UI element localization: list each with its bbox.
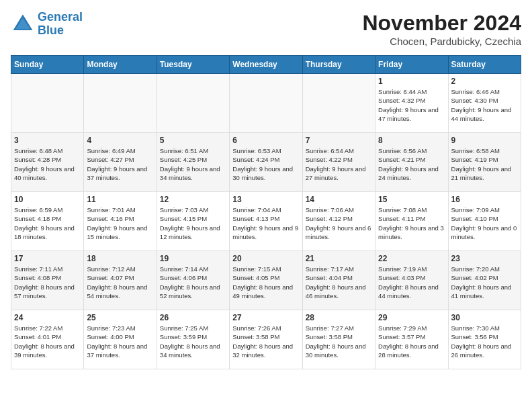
day-number: 19	[160, 254, 226, 263]
calendar-week-4: 17Sunrise: 7:11 AM Sunset: 4:08 PM Dayli…	[11, 251, 521, 310]
day-info: Sunrise: 7:20 AM Sunset: 4:02 PM Dayligh…	[451, 265, 518, 300]
calendar-cell: 29Sunrise: 7:29 AM Sunset: 3:57 PM Dayli…	[375, 310, 448, 369]
day-number: 21	[306, 254, 372, 263]
weekday-header-row: SundayMondayTuesdayWednesdayThursdayFrid…	[11, 56, 521, 74]
weekday-header-saturday: Saturday	[448, 56, 521, 74]
calendar-cell: 26Sunrise: 7:25 AM Sunset: 3:59 PM Dayli…	[157, 310, 229, 369]
day-info: Sunrise: 6:54 AM Sunset: 4:22 PM Dayligh…	[306, 146, 372, 182]
calendar-cell: 17Sunrise: 7:11 AM Sunset: 4:08 PM Dayli…	[11, 251, 84, 310]
location: Chocen, Pardubicky, Czechia	[362, 36, 521, 47]
calendar-cell: 21Sunrise: 7:17 AM Sunset: 4:04 PM Dayli…	[302, 251, 375, 310]
calendar-cell: 14Sunrise: 7:06 AM Sunset: 4:12 PM Dayli…	[302, 192, 375, 251]
day-number: 22	[378, 254, 445, 263]
day-number: 18	[87, 254, 153, 263]
day-info: Sunrise: 6:44 AM Sunset: 4:32 PM Dayligh…	[378, 87, 445, 123]
calendar-cell: 15Sunrise: 7:08 AM Sunset: 4:11 PM Dayli…	[375, 192, 448, 251]
day-info: Sunrise: 6:56 AM Sunset: 4:21 PM Dayligh…	[378, 146, 445, 182]
day-info: Sunrise: 7:30 AM Sunset: 3:56 PM Dayligh…	[451, 324, 518, 359]
calendar-cell: 8Sunrise: 6:56 AM Sunset: 4:21 PM Daylig…	[375, 133, 448, 192]
calendar-week-2: 3Sunrise: 6:48 AM Sunset: 4:28 PM Daylig…	[11, 133, 521, 192]
calendar-cell	[84, 74, 157, 133]
day-info: Sunrise: 6:49 AM Sunset: 4:27 PM Dayligh…	[87, 146, 153, 182]
day-info: Sunrise: 6:46 AM Sunset: 4:30 PM Dayligh…	[451, 87, 518, 123]
day-info: Sunrise: 7:08 AM Sunset: 4:11 PM Dayligh…	[378, 205, 445, 241]
calendar-cell: 27Sunrise: 7:26 AM Sunset: 3:58 PM Dayli…	[230, 310, 302, 369]
calendar-cell: 10Sunrise: 6:59 AM Sunset: 4:18 PM Dayli…	[11, 192, 84, 251]
day-number: 8	[378, 136, 445, 145]
day-number: 9	[451, 136, 518, 145]
day-info: Sunrise: 7:12 AM Sunset: 4:07 PM Dayligh…	[87, 265, 153, 300]
calendar-cell: 19Sunrise: 7:14 AM Sunset: 4:06 PM Dayli…	[157, 251, 229, 310]
calendar-cell: 18Sunrise: 7:12 AM Sunset: 4:07 PM Dayli…	[84, 251, 157, 310]
calendar-cell: 13Sunrise: 7:04 AM Sunset: 4:13 PM Dayli…	[230, 192, 302, 251]
day-number: 17	[14, 254, 81, 263]
weekday-header-wednesday: Wednesday	[230, 56, 302, 74]
day-number: 20	[232, 254, 299, 263]
day-number: 12	[160, 195, 226, 204]
calendar-cell: 30Sunrise: 7:30 AM Sunset: 3:56 PM Dayli…	[448, 310, 521, 369]
day-info: Sunrise: 7:09 AM Sunset: 4:10 PM Dayligh…	[451, 205, 518, 241]
day-number: 4	[87, 136, 153, 145]
calendar-cell: 12Sunrise: 7:03 AM Sunset: 4:15 PM Dayli…	[157, 192, 229, 251]
day-info: Sunrise: 7:25 AM Sunset: 3:59 PM Dayligh…	[160, 324, 226, 359]
day-info: Sunrise: 7:03 AM Sunset: 4:15 PM Dayligh…	[160, 205, 226, 241]
day-info: Sunrise: 7:23 AM Sunset: 4:00 PM Dayligh…	[87, 324, 153, 359]
calendar-cell: 23Sunrise: 7:20 AM Sunset: 4:02 PM Dayli…	[448, 251, 521, 310]
calendar-table: SundayMondayTuesdayWednesdayThursdayFrid…	[11, 55, 521, 369]
day-number: 2	[451, 77, 518, 86]
day-number: 14	[306, 195, 372, 204]
day-info: Sunrise: 7:01 AM Sunset: 4:16 PM Dayligh…	[87, 205, 153, 241]
day-info: Sunrise: 7:04 AM Sunset: 4:13 PM Dayligh…	[232, 205, 299, 241]
day-info: Sunrise: 7:29 AM Sunset: 3:57 PM Dayligh…	[378, 324, 445, 359]
weekday-header-sunday: Sunday	[11, 56, 84, 74]
calendar-cell: 28Sunrise: 7:27 AM Sunset: 3:58 PM Dayli…	[302, 310, 375, 369]
day-number: 11	[87, 195, 153, 204]
calendar-cell: 11Sunrise: 7:01 AM Sunset: 4:16 PM Dayli…	[84, 192, 157, 251]
day-info: Sunrise: 7:26 AM Sunset: 3:58 PM Dayligh…	[232, 324, 299, 359]
calendar-cell: 24Sunrise: 7:22 AM Sunset: 4:01 PM Dayli…	[11, 310, 84, 369]
calendar-cell: 4Sunrise: 6:49 AM Sunset: 4:27 PM Daylig…	[84, 133, 157, 192]
day-info: Sunrise: 7:11 AM Sunset: 4:08 PM Dayligh…	[14, 265, 81, 300]
day-number: 13	[232, 195, 299, 204]
day-number: 5	[160, 136, 226, 145]
day-number: 16	[451, 195, 518, 204]
day-info: Sunrise: 7:14 AM Sunset: 4:06 PM Dayligh…	[160, 265, 226, 300]
day-number: 15	[378, 195, 445, 204]
day-info: Sunrise: 6:58 AM Sunset: 4:19 PM Dayligh…	[451, 146, 518, 182]
logo-icon	[11, 12, 35, 36]
page-header: General Blue November 2024 Chocen, Pardu…	[11, 11, 521, 47]
logo-text: General Blue	[38, 11, 83, 38]
calendar-cell: 16Sunrise: 7:09 AM Sunset: 4:10 PM Dayli…	[448, 192, 521, 251]
calendar-cell: 25Sunrise: 7:23 AM Sunset: 4:00 PM Dayli…	[84, 310, 157, 369]
calendar-cell: 20Sunrise: 7:15 AM Sunset: 4:05 PM Dayli…	[230, 251, 302, 310]
calendar-cell	[230, 74, 302, 133]
calendar-week-1: 1Sunrise: 6:44 AM Sunset: 4:32 PM Daylig…	[11, 74, 521, 133]
calendar-cell: 6Sunrise: 6:53 AM Sunset: 4:24 PM Daylig…	[230, 133, 302, 192]
calendar-cell: 1Sunrise: 6:44 AM Sunset: 4:32 PM Daylig…	[375, 74, 448, 133]
day-number: 23	[451, 254, 518, 263]
day-info: Sunrise: 6:53 AM Sunset: 4:24 PM Dayligh…	[232, 146, 299, 182]
day-number: 7	[306, 136, 372, 145]
day-number: 30	[451, 313, 518, 322]
weekday-header-thursday: Thursday	[302, 56, 375, 74]
day-number: 3	[14, 136, 81, 145]
calendar-week-3: 10Sunrise: 6:59 AM Sunset: 4:18 PM Dayli…	[11, 192, 521, 251]
calendar-cell	[302, 74, 375, 133]
calendar-cell: 9Sunrise: 6:58 AM Sunset: 4:19 PM Daylig…	[448, 133, 521, 192]
day-info: Sunrise: 6:48 AM Sunset: 4:28 PM Dayligh…	[14, 146, 81, 182]
day-number: 28	[306, 313, 372, 322]
day-number: 25	[87, 313, 153, 322]
calendar-cell	[157, 74, 229, 133]
calendar-cell	[11, 74, 84, 133]
day-info: Sunrise: 7:22 AM Sunset: 4:01 PM Dayligh…	[14, 324, 81, 359]
calendar-cell: 2Sunrise: 6:46 AM Sunset: 4:30 PM Daylig…	[448, 74, 521, 133]
weekday-header-tuesday: Tuesday	[157, 56, 229, 74]
weekday-header-monday: Monday	[84, 56, 157, 74]
logo: General Blue	[11, 11, 83, 38]
day-info: Sunrise: 7:27 AM Sunset: 3:58 PM Dayligh…	[306, 324, 372, 359]
day-info: Sunrise: 6:59 AM Sunset: 4:18 PM Dayligh…	[14, 205, 81, 241]
month-title: November 2024	[362, 11, 521, 36]
calendar-cell: 7Sunrise: 6:54 AM Sunset: 4:22 PM Daylig…	[302, 133, 375, 192]
day-number: 29	[378, 313, 445, 322]
calendar-cell: 5Sunrise: 6:51 AM Sunset: 4:25 PM Daylig…	[157, 133, 229, 192]
